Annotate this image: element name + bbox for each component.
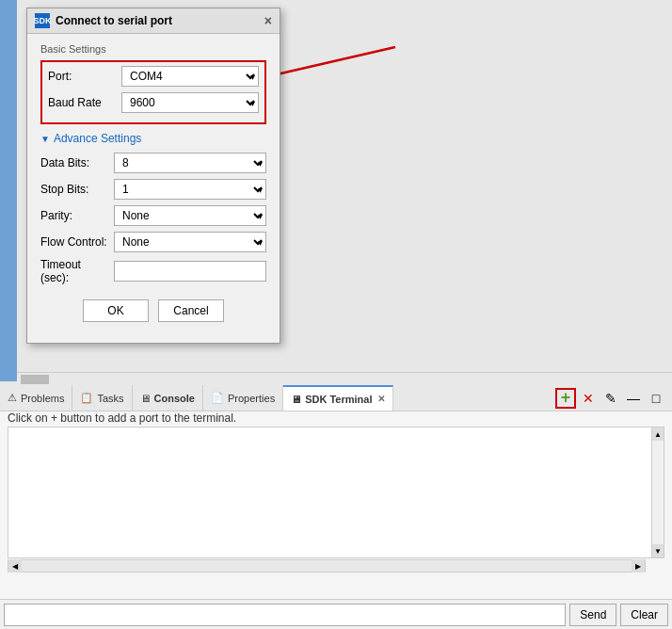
terminal-vscroll[interactable]: ▲ ▼ (651, 427, 664, 558)
chevron-icon: ▼ (40, 134, 50, 144)
flow-control-wrapper[interactable]: None Hardware Software (114, 232, 266, 252)
horizontal-scrollbar[interactable] (17, 372, 672, 385)
terminal-hint: Click on + button to add a port to the t… (8, 411, 236, 425)
baud-select[interactable]: 4800 9600 19200 38400 57600 115200 (121, 92, 259, 113)
timeout-label: Timeout (sec): (40, 258, 108, 284)
data-bits-wrapper[interactable]: 5 6 7 8 (114, 153, 266, 173)
timeout-row: Timeout (sec): (40, 258, 266, 284)
problems-icon: ⚠ (8, 392, 17, 404)
hscroll-left-button[interactable]: ◀ (8, 559, 22, 573)
tab-tasks-label: Tasks (97, 393, 123, 404)
console-icon: 🖥 (140, 393, 151, 404)
port-row: Port: COM1 COM2 COM3 COM4 COM5 (48, 66, 259, 87)
connect-dialog: SDK Connect to serial port × Basic Setti… (26, 8, 280, 344)
flow-control-label: Flow Control: (40, 235, 108, 249)
vscroll-track (652, 441, 664, 544)
vscroll-down-button[interactable]: ▼ (652, 544, 664, 557)
tab-toolbar: + ✕ ✎ — □ (550, 385, 672, 411)
basic-settings-label: Basic Settings (40, 43, 266, 55)
vscroll-up-button[interactable]: ▲ (652, 427, 664, 441)
add-port-button[interactable]: + (555, 388, 576, 409)
port-label: Port: (48, 70, 116, 83)
bottom-bar: Send Clear (0, 599, 672, 629)
dialog-body: Basic Settings Port: COM1 COM2 COM3 COM4… (27, 34, 280, 343)
flow-control-select[interactable]: None Hardware Software (114, 232, 266, 252)
ide-background: SDK Connect to serial port × Basic Setti… (0, 0, 672, 629)
data-bits-label: Data Bits: (40, 156, 108, 169)
terminal-area (8, 427, 657, 558)
tasks-icon: 📋 (80, 392, 93, 404)
hscroll-right-button[interactable]: ▶ (632, 559, 645, 573)
stop-bits-select[interactable]: 1 1.5 2 (114, 179, 266, 200)
scrollbar-thumb[interactable] (21, 375, 49, 384)
stop-bits-wrapper[interactable]: 1 1.5 2 (114, 179, 266, 200)
clear-button[interactable]: Clear (620, 604, 668, 626)
port-select[interactable]: COM1 COM2 COM3 COM4 COM5 (121, 66, 259, 87)
minimize-button[interactable]: — (623, 388, 644, 409)
dialog-title-bar[interactable]: SDK Connect to serial port × (27, 8, 280, 34)
maximize-button[interactable]: □ (646, 388, 666, 409)
tab-properties[interactable]: 📄 Properties (203, 385, 283, 411)
send-button[interactable]: Send (569, 604, 616, 626)
tab-console-label: Console (154, 393, 195, 404)
terminal-input[interactable] (4, 604, 566, 626)
advance-settings-toggle[interactable]: ▼ Advance Settings (40, 132, 266, 145)
parity-row: Parity: None Odd Even Mark Space (40, 205, 266, 226)
parity-select[interactable]: None Odd Even Mark Space (114, 205, 266, 226)
tab-problems-label: Problems (21, 393, 64, 404)
port-baud-highlight: Port: COM1 COM2 COM3 COM4 COM5 Baud Rate (40, 60, 266, 124)
data-bits-row: Data Bits: 5 6 7 8 (40, 153, 266, 173)
sdk-icon: SDK (35, 13, 50, 28)
parity-label: Parity: (40, 209, 108, 222)
edit-button[interactable]: ✎ (600, 388, 621, 409)
flow-control-row: Flow Control: None Hardware Software (40, 232, 266, 252)
delete-button[interactable]: ✕ (578, 388, 599, 409)
timeout-input[interactable] (114, 261, 266, 282)
tab-tasks[interactable]: 📋 Tasks (72, 385, 132, 411)
stop-bits-row: Stop Bits: 1 1.5 2 (40, 179, 266, 200)
cancel-button[interactable]: Cancel (158, 299, 224, 322)
tab-close-icon[interactable]: ✕ (377, 394, 385, 404)
ok-button[interactable]: OK (83, 299, 149, 322)
properties-icon: 📄 (211, 392, 224, 404)
tab-properties-label: Properties (228, 393, 275, 404)
parity-wrapper[interactable]: None Odd Even Mark Space (114, 205, 266, 226)
tab-console[interactable]: 🖥 Console (133, 385, 203, 411)
terminal-hscroll[interactable]: ◀ ▶ (8, 559, 646, 573)
dialog-footer: OK Cancel (40, 290, 266, 333)
baud-row: Baud Rate 4800 9600 19200 38400 57600 11… (48, 92, 259, 113)
port-select-wrapper[interactable]: COM1 COM2 COM3 COM4 COM5 (121, 66, 259, 87)
stop-bits-label: Stop Bits: (40, 183, 108, 196)
data-bits-select[interactable]: 5 6 7 8 (114, 153, 266, 173)
tab-bar: ⚠ Problems 📋 Tasks 🖥 Console 📄 Propertie… (0, 385, 672, 411)
close-button[interactable]: × (264, 13, 272, 28)
tab-sdk-terminal-label: SDK Terminal (305, 394, 372, 405)
dialog-title-text: Connect to serial port (56, 14, 172, 27)
baud-select-wrapper[interactable]: 4800 9600 19200 38400 57600 115200 (121, 92, 259, 113)
sdk-terminal-icon: 🖥 (291, 394, 301, 405)
tab-sdk-terminal[interactable]: 🖥 SDK Terminal ✕ (283, 385, 393, 411)
tab-problems[interactable]: ⚠ Problems (0, 385, 72, 411)
baud-label: Baud Rate (48, 96, 116, 109)
advance-settings-label: Advance Settings (54, 132, 141, 145)
